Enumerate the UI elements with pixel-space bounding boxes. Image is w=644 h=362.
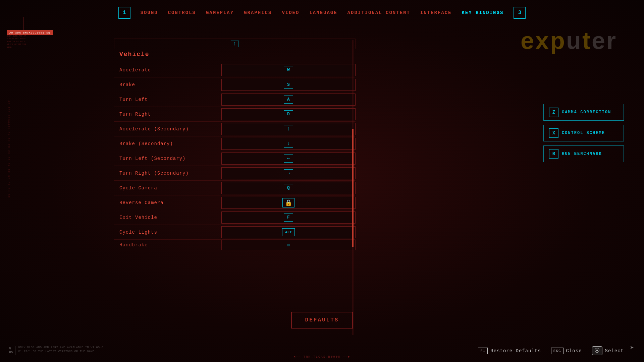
gamma-key: Z xyxy=(549,108,558,117)
key-q: Q xyxy=(284,184,293,192)
binding-row-accelerate-secondary: Accelerate (Secondary) ↑ xyxy=(114,122,356,136)
defaults-button[interactable]: DEFAULTS xyxy=(291,312,353,328)
nav-item-additional-content[interactable]: ADDITIONAL CONTENT xyxy=(347,10,410,15)
binding-key-accelerate-secondary[interactable]: ↑ xyxy=(221,123,356,135)
run-benchmark-key: B xyxy=(549,149,558,159)
binding-label-turn-left-secondary: Turn Left (Secondary) xyxy=(114,156,221,161)
binding-key-handbrake[interactable]: ⊞ xyxy=(221,240,356,250)
gamma-correction-btn[interactable]: Z GAMMA CORRECTION xyxy=(543,104,624,121)
bindings-container: Vehicle Accelerate W Brake S Turn Left xyxy=(114,47,356,250)
close-action: ESC Close xyxy=(551,348,582,354)
scroll-bar xyxy=(352,40,354,335)
binding-key-turn-left-secondary[interactable]: ← xyxy=(221,153,356,165)
binding-label-accelerate: Accelerate xyxy=(114,67,221,73)
key-right-arrow: → xyxy=(284,169,293,177)
quick-actions: Z GAMMA CORRECTION X CONTROL SCHEME B RU… xyxy=(543,104,624,162)
binding-label-handbrake: Handbrake xyxy=(114,242,221,248)
key-up-arrow: ↑ xyxy=(284,125,293,133)
binding-label-turn-right-secondary: Turn Right (Secondary) xyxy=(114,171,221,176)
key-a: A xyxy=(284,96,293,104)
key-lock-icon: 🔒 xyxy=(282,198,294,207)
binding-row-cycle-lights: Cycle Lights ALT xyxy=(114,225,356,240)
binding-key-turn-left[interactable]: A xyxy=(221,94,356,106)
nav-box-3: 3 xyxy=(514,7,526,19)
binding-row-turn-left: Turn Left A xyxy=(114,92,356,107)
gamepad-select-key: ⦿ xyxy=(592,346,602,355)
binding-key-cycle-lights[interactable]: ALT xyxy=(221,226,356,238)
section-header: Vehicle xyxy=(114,47,356,62)
key-d: D xyxy=(284,110,293,118)
bottom-bar: F1 Restore Defaults ESC Close ⦿ Select xyxy=(0,346,644,355)
left-deco-text: ONLY DLSS AND AMD FSR2 ARE AVAILABLE IN … xyxy=(7,35,27,49)
left-vert-decoration: AD ADN 2938401 EN DK FR CH BR EA NK DE F… xyxy=(3,101,10,198)
top-nav: 1 SOUND CONTROLS GAMEPLAY GRAPHICS VIDEO… xyxy=(0,7,644,19)
scroll-indicator xyxy=(352,129,354,247)
nav-item-sound[interactable]: SOUND xyxy=(141,10,158,15)
binding-row-brake: Brake S xyxy=(114,77,356,92)
watermark: exputer xyxy=(521,27,617,54)
nav-box-1: 1 xyxy=(118,7,130,19)
key-f: F xyxy=(284,214,293,222)
binding-row-turn-right: Turn Right D xyxy=(114,107,356,122)
top-left-bar: AD ADN BNCK3291081 EN xyxy=(7,30,53,35)
binding-key-accelerate[interactable]: W xyxy=(221,64,356,76)
restore-defaults-action: F1 Restore Defaults xyxy=(478,348,541,354)
cursor-indicator: ➤ xyxy=(630,344,634,352)
key-w: W xyxy=(284,66,293,74)
binding-label-turn-right: Turn Right xyxy=(114,112,221,117)
binding-row-handbrake: Handbrake ⊞ xyxy=(114,240,356,250)
close-label: Close xyxy=(566,348,582,354)
key-left-arrow: ← xyxy=(284,155,293,163)
control-scheme-label: CONTROL SCHEME xyxy=(562,131,605,135)
binding-row-exit-vehicle: Exit Vehicle F xyxy=(114,210,356,225)
binding-label-cycle-camera: Cycle Camera xyxy=(114,185,221,191)
binding-label-brake-secondary: Brake (Secondary) xyxy=(114,141,221,146)
binding-row-turn-right-secondary: Turn Right (Secondary) → xyxy=(114,166,356,181)
nav-item-language[interactable]: LANGUAGE xyxy=(309,10,337,15)
left-decoration: ONLY DLSS AND AMD FSR2 ARE AVAILABLE IN … xyxy=(7,17,27,84)
esc-key: ESC xyxy=(551,348,564,354)
control-scheme-key: X xyxy=(549,128,558,138)
main-container: 1 SOUND CONTROLS GAMEPLAY GRAPHICS VIDEO… xyxy=(0,0,644,362)
binding-label-reverse-camera: Reverse Camera xyxy=(114,200,221,205)
nav-item-controls[interactable]: CONTROLS xyxy=(168,10,196,15)
gamma-label: GAMMA CORRECTION xyxy=(562,110,611,115)
run-benchmark-btn[interactable]: B RUN BENCHMARK xyxy=(543,145,624,162)
binding-key-cycle-camera[interactable]: Q xyxy=(221,182,356,194)
key-s: S xyxy=(284,81,293,89)
binding-row-cycle-camera: Cycle Camera Q xyxy=(114,181,356,195)
binding-key-exit-vehicle[interactable]: F xyxy=(221,212,356,224)
control-scheme-btn[interactable]: X CONTROL SCHEME xyxy=(543,125,624,141)
binding-label-exit-vehicle: Exit Vehicle xyxy=(114,215,221,220)
binding-row-accelerate: Accelerate W xyxy=(114,63,356,77)
binding-key-turn-right-secondary[interactable]: → xyxy=(221,167,356,179)
nav-item-interface[interactable]: INTERFACE xyxy=(420,10,452,15)
nav-item-graphics[interactable]: GRAPHICS xyxy=(244,10,272,15)
binding-label-brake: Brake xyxy=(114,82,221,87)
binding-row-turn-left-secondary: Turn Left (Secondary) ← xyxy=(114,151,356,166)
select-label: Select xyxy=(605,348,624,354)
nav-item-video[interactable]: VIDEO xyxy=(282,10,299,15)
binding-key-brake-secondary[interactable]: ↓ xyxy=(221,138,356,150)
binding-label-turn-left: Turn Left xyxy=(114,97,221,102)
binding-key-brake[interactable]: S xyxy=(221,79,356,91)
key-down-arrow: ↓ xyxy=(284,140,293,148)
bindings-list: Accelerate W Brake S Turn Left A xyxy=(114,63,356,250)
binding-row-reverse-camera: Reverse Camera 🔒 xyxy=(114,195,356,210)
f1-key: F1 xyxy=(478,348,488,354)
scroll-up-key: ↑ xyxy=(231,41,239,47)
key-handbrake: ⊞ xyxy=(284,241,293,249)
center-bottom-text: ◄—— TRK_TLCAS_B0008 ——► xyxy=(293,355,351,359)
binding-key-reverse-camera[interactable]: 🔒 xyxy=(221,197,356,209)
binding-label-cycle-lights: Cycle Lights xyxy=(114,230,221,235)
restore-defaults-label: Restore Defaults xyxy=(490,348,541,354)
binding-label-accelerate-secondary: Accelerate (Secondary) xyxy=(114,126,221,132)
binding-row-brake-secondary: Brake (Secondary) ↓ xyxy=(114,136,356,151)
run-benchmark-label: RUN BENCHMARK xyxy=(562,152,602,156)
key-alt: ALT xyxy=(282,228,295,236)
select-action: ⦿ Select xyxy=(592,346,624,355)
nav-item-gameplay[interactable]: GAMEPLAY xyxy=(206,10,234,15)
binding-key-turn-right[interactable]: D xyxy=(221,108,356,120)
nav-item-key-bindings[interactable]: KEY BINDINGS xyxy=(462,10,503,15)
